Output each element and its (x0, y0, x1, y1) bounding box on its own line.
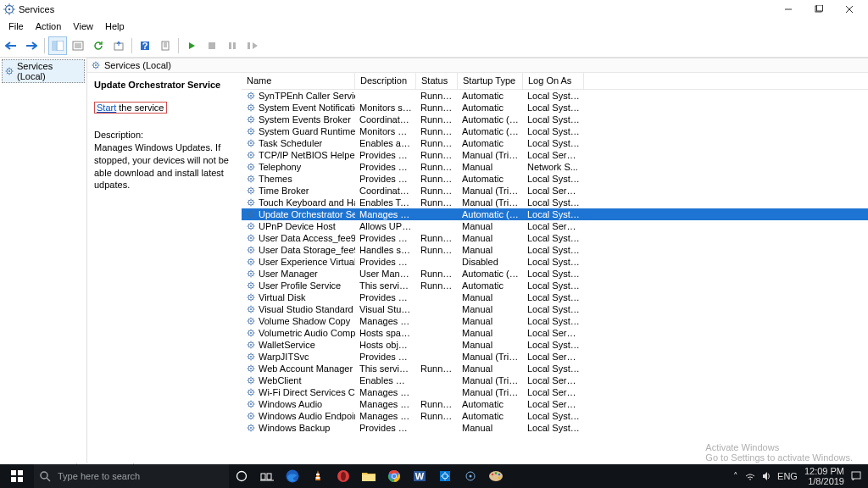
table-row[interactable]: WarpJITSvcProvides a JI...Manual (Trig..… (242, 351, 868, 363)
table-row[interactable]: User Experience Virtualizatio...Provides… (242, 256, 868, 268)
menu-file[interactable]: File (3, 20, 29, 32)
table-row[interactable]: Virtual DiskProvides m...ManualLocal Sys… (242, 291, 868, 303)
cell-description: Enables Win... (355, 375, 416, 385)
pause-service-button[interactable] (223, 36, 242, 55)
cell-startup-type: Manual (Trig... (458, 387, 523, 397)
table-row[interactable]: Windows Audio Endpoint B...Manages au...… (242, 410, 868, 422)
table-row[interactable]: System Events BrokerCoordinates...Runnin… (242, 114, 868, 125)
table-row[interactable]: Web Account ManagerThis service ...Runni… (242, 363, 868, 374)
cell-log-on-as: Local Syste... (523, 363, 584, 374)
cell-status: Running (416, 245, 458, 255)
main-pane: Services (Local) Update Orchestrator Ser… (86, 58, 868, 464)
toolbar-separator (44, 38, 45, 53)
table-row[interactable]: User Profile ServiceThis service ...Runn… (242, 280, 868, 291)
table-row[interactable]: User Data Access_fee91aProvides ap...Run… (242, 232, 868, 244)
col-name[interactable]: Name (242, 73, 355, 89)
cell-startup-type: Manual (458, 423, 523, 433)
table-row[interactable]: Wi-Fi Direct Services Conne...Manages co… (242, 386, 868, 398)
paint-icon[interactable] (483, 464, 509, 488)
opera-icon[interactable] (331, 464, 356, 488)
help-button[interactable]: ? (136, 36, 154, 55)
maximize-button[interactable] (804, 0, 834, 19)
show-hide-tree-button[interactable] (48, 36, 67, 55)
table-row[interactable]: Task SchedulerEnables a us...RunningAuto… (242, 137, 868, 149)
menu-view[interactable]: View (68, 20, 98, 32)
gear-icon (4, 66, 14, 76)
table-row[interactable]: SynTPEnh Caller ServiceRunningAutomaticL… (242, 90, 868, 102)
task-view-icon[interactable] (254, 464, 280, 488)
table-row[interactable]: Windows BackupProvides Wi...ManualLocal … (242, 422, 868, 434)
table-row[interactable]: Volume Shadow CopyManages an...ManualLoc… (242, 315, 868, 327)
table-row[interactable]: System Guard Runtime Mo...Monitors an...… (242, 125, 868, 137)
table-row[interactable]: Visual Studio Standard Coll...Visual Stu… (242, 303, 868, 315)
table-row[interactable]: Windows AudioManages au...RunningAutomat… (242, 398, 868, 410)
volume-icon[interactable] (762, 471, 771, 481)
file-explorer-icon[interactable] (356, 464, 381, 488)
svg-point-99 (470, 475, 472, 478)
col-status[interactable]: Status (416, 73, 458, 89)
table-row[interactable]: Touch Keyboard and Hand...Enables Tou...… (242, 197, 868, 208)
notifications-icon[interactable] (851, 471, 861, 481)
table-row[interactable]: WebClientEnables Win...Manual (Trig...Lo… (242, 374, 868, 386)
tray-language[interactable]: ENG (777, 471, 798, 481)
start-service-link[interactable]: Start (97, 103, 116, 113)
tray-clock[interactable]: 12:09 PM 1/8/2019 (804, 466, 844, 486)
edge-icon[interactable] (280, 464, 305, 488)
table-row[interactable]: Time BrokerCoordinates...RunningManual (… (242, 185, 868, 197)
table-row[interactable]: TCP/IP NetBIOS HelperProvides su...Runni… (242, 149, 868, 161)
cell-startup-type: Manual (458, 162, 523, 172)
cell-name: Task Scheduler (242, 138, 355, 148)
table-row[interactable]: System Event Notification S...Monitors s… (242, 102, 868, 114)
svg-rect-4 (52, 41, 56, 51)
svg-point-28 (250, 142, 252, 144)
wifi-icon[interactable] (745, 471, 755, 481)
menu-action[interactable]: Action (31, 20, 67, 32)
services-icon[interactable] (458, 464, 483, 488)
table-row[interactable]: User ManagerUser Manag...RunningAutomati… (242, 268, 868, 280)
taskbar-search[interactable]: Type here to search (34, 464, 229, 488)
cell-status: Running (416, 269, 458, 279)
column-headers: Name Description Status Startup Type Log… (242, 73, 868, 90)
settings-icon[interactable] (432, 464, 458, 488)
cell-startup-type: Automatic (458, 411, 523, 421)
table-row[interactable]: User Data Storage_fee91aHandles sto...Ru… (242, 244, 868, 256)
cortana-icon[interactable] (229, 464, 254, 488)
close-button[interactable] (834, 0, 865, 19)
forward-button[interactable] (22, 36, 41, 55)
tray-chevron-icon[interactable]: ˄ (733, 471, 738, 482)
svg-point-22 (250, 107, 252, 108)
table-row[interactable]: WalletServiceHosts objec...ManualLocal S… (242, 339, 868, 351)
word-icon[interactable]: W (407, 464, 432, 488)
refresh-button[interactable] (89, 36, 108, 55)
col-log-on-as[interactable]: Log On As (523, 73, 584, 89)
col-startup-type[interactable]: Startup Type (458, 73, 523, 89)
table-row[interactable]: Update Orchestrator ServiceManages W...A… (242, 208, 868, 220)
chrome-icon[interactable] (381, 464, 407, 488)
col-description[interactable]: Description (355, 73, 416, 89)
properties-button[interactable] (156, 36, 175, 55)
rows-viewport[interactable]: SynTPEnh Caller ServiceRunningAutomaticL… (242, 90, 868, 464)
table-row[interactable]: UPnP Device HostAllows UPn...ManualLocal… (242, 220, 868, 232)
cell-description: Handles sto... (355, 245, 416, 255)
restart-service-button[interactable] (243, 36, 262, 55)
export-button[interactable] (109, 36, 128, 55)
cell-log-on-as: Local Syste... (523, 174, 584, 184)
cell-name: System Guard Runtime Mo... (242, 126, 355, 136)
start-service-button[interactable] (182, 36, 201, 55)
vlc-icon[interactable] (305, 464, 331, 488)
nav-services-local[interactable]: Services (Local) (2, 59, 85, 83)
cell-log-on-as: Local Syste... (523, 257, 584, 267)
table-row[interactable]: TelephonyProvides Tel...RunningManualNet… (242, 161, 868, 173)
export-list-button[interactable] (69, 36, 87, 55)
menu-help[interactable]: Help (100, 20, 130, 32)
back-button[interactable] (2, 36, 20, 55)
stop-service-button[interactable] (203, 36, 221, 55)
cell-description: Provides us... (355, 174, 416, 184)
table-row[interactable]: ThemesProvides us...RunningAutomaticLoca… (242, 173, 868, 185)
minimize-button[interactable] (773, 0, 804, 19)
start-button[interactable] (0, 464, 34, 488)
svg-point-66 (250, 368, 252, 369)
svg-rect-77 (11, 470, 16, 475)
cell-startup-type: Manual (458, 221, 523, 231)
table-row[interactable]: Volumetric Audio Composit...Hosts spatia… (242, 327, 868, 339)
